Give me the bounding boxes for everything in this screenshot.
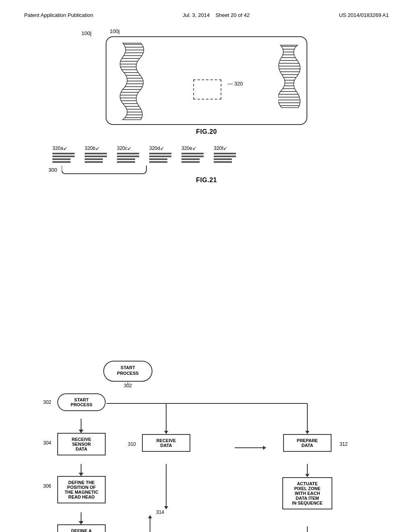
box-312: PREPARE DATA [283, 434, 332, 452]
ref-304-label: 304 [43, 440, 51, 446]
stripe [85, 158, 103, 160]
t3: DATA [63, 447, 100, 451]
stripe [149, 156, 171, 157]
ref-100j: 100j [110, 28, 120, 34]
fig20-caption: FIG.20 [196, 128, 217, 135]
t1: ACTUATE [288, 481, 327, 486]
stripe [117, 161, 135, 163]
box-actuate: ACTUATE PIXEL ZONE WITH EACH DATA ITEM I… [282, 477, 332, 509]
t3: WITH EACH [288, 491, 327, 496]
stripe [214, 153, 236, 154]
t1: PREPARE [291, 438, 323, 443]
t2: DATA [291, 443, 323, 448]
stripe [214, 156, 236, 157]
node-302: 302 START PROCESS [57, 393, 106, 411]
node-actuate: ACTUATE PIXEL ZONE WITH EACH DATA ITEM I… [282, 477, 332, 509]
label-320: — 320 [227, 81, 243, 87]
t1: RECEIVE [150, 438, 182, 443]
ref-314-label: 314 [156, 509, 164, 515]
t1: DEFINE A [63, 528, 100, 532]
arrow-304-306 [81, 464, 81, 476]
text-process1: PROCESS [117, 371, 139, 376]
arrowhead [79, 521, 83, 524]
node-312: 312 PREPARE DATA [283, 434, 332, 452]
stripe [117, 156, 139, 157]
node-310: 310 RECEIVE DATA [142, 434, 190, 452]
stripe [214, 158, 232, 160]
header-left: Patent Application Publication [24, 12, 93, 18]
text-302b: PROCESS [65, 402, 98, 407]
t2: SENSOR [63, 442, 100, 447]
header-right: US 2014/0183269 A1 [339, 12, 389, 18]
fig21-content: 320a↙ 320b↙ [48, 145, 389, 176]
stripe [52, 161, 71, 163]
stripe [85, 153, 107, 154]
fig21-brace-row: 300 [48, 164, 231, 176]
fig23-section: 302 START PROCESS 302 START PROCESS [24, 192, 389, 532]
fig20-box: — 320 [106, 36, 307, 125]
fig21-section: 320a↙ 320b↙ [24, 145, 389, 184]
arrowhead [79, 430, 83, 433]
stripe [181, 156, 204, 157]
ref-320d: 320d↙ [149, 145, 164, 151]
fig23-flowchart: 302 START PROCESS [25, 192, 388, 393]
connector-svg [33, 393, 380, 532]
fig21-item-320c: 320c↙ [117, 145, 139, 163]
arrowhead-312-actuate [305, 474, 309, 477]
node-308: 308 DEFINE A MAGNETIC-OUT PIXEL ACTUATIO… [57, 524, 106, 532]
stripes-320c [117, 153, 139, 163]
fig21-brace-svg [62, 164, 231, 176]
text-start: START [121, 365, 135, 370]
ref-302-label: 302 [43, 399, 51, 405]
t2: DATA [150, 443, 182, 448]
fig21-item-320a: 320a↙ [52, 145, 75, 163]
stripe [52, 158, 71, 160]
stripe [52, 153, 75, 154]
t5: IN SEQUENCE [288, 501, 327, 505]
arrow-302-304 [81, 419, 81, 433]
stripe [52, 156, 75, 157]
hatch-right-svg [278, 43, 305, 114]
page-header: Patent Application Publication Jul. 3, 2… [24, 12, 389, 18]
box-308: DEFINE A MAGNETIC-OUT PIXEL ACTUATION ZO… [57, 524, 106, 532]
t1: RECEIVE [63, 437, 100, 442]
stripe [149, 158, 167, 160]
ref-312-label: 312 [340, 441, 348, 447]
fig21-item-320e: 320e↙ [181, 145, 204, 163]
box-306: DEFINE THE POSITION OF THE MAGNETIC READ… [57, 476, 106, 503]
ref-320c: 320c↙ [117, 145, 131, 151]
stripe [149, 161, 167, 163]
stripe [214, 161, 232, 163]
fig21-items-area: 320a↙ 320b↙ [24, 145, 389, 176]
fig21-item-320f: 320f↙ [214, 145, 236, 163]
hatch-left-svg [119, 41, 151, 122]
arrowhead-308-310 [148, 515, 152, 518]
t4: READ HEAD [63, 495, 100, 499]
stripe [117, 153, 139, 154]
stripes-320a [52, 153, 75, 163]
patent-page: Patent Application Publication Jul. 3, 2… [0, 0, 413, 532]
text-302: START [65, 397, 98, 402]
fig21-item-320d: 320d↙ [149, 145, 171, 163]
stripes-320e [181, 153, 204, 163]
stripes-320f [214, 153, 236, 163]
fig20-label-container: 100j [106, 30, 307, 36]
box-304: RECEIVE SENSOR DATA [57, 433, 106, 455]
ref-306-label: 306 [43, 483, 51, 489]
fig20-section: 100j 100j [24, 30, 389, 141]
ref-320e: 320e↙ [181, 145, 196, 151]
fig21-caption: FIG.21 [24, 177, 389, 184]
stripe [181, 153, 204, 154]
arrowhead [79, 473, 83, 476]
arrowhead-310-312 [263, 446, 266, 450]
node-304: 304 RECEIVE SENSOR DATA [57, 433, 106, 455]
fig21-item-320b: 320b↙ [85, 145, 107, 163]
ref-320a: 320a↙ [52, 145, 67, 151]
box-310: RECEIVE DATA [142, 434, 190, 452]
stripe [149, 153, 171, 154]
stripe [85, 161, 103, 163]
arrowhead-310-314 [164, 506, 168, 509]
t2: PIXEL ZONE [288, 486, 327, 491]
t4: DATA ITEM [288, 496, 327, 501]
stripes-320b [85, 153, 107, 163]
